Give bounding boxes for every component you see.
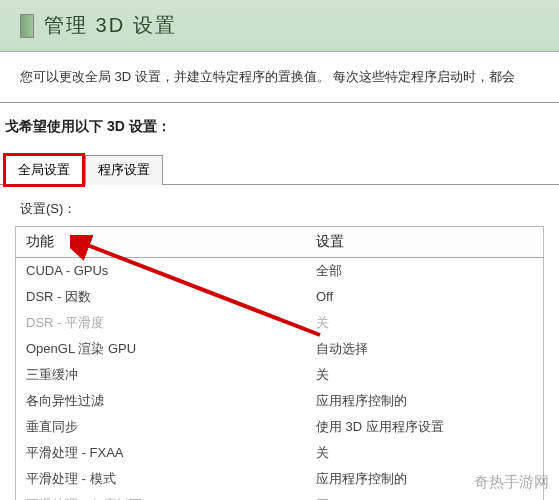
page-title: 管理 3D 设置	[44, 12, 177, 39]
cell-value[interactable]: Off	[306, 284, 544, 310]
cell-feature: OpenGL 渲染 GPU	[16, 336, 306, 362]
table-row[interactable]: 垂直同步使用 3D 应用程序设置	[16, 414, 544, 440]
cell-value[interactable]: 关	[306, 440, 544, 466]
description-text: 您可以更改全局 3D 设置，并建立特定程序的置换值。 每次这些特定程序启动时，都…	[0, 52, 559, 97]
cell-feature: 垂直同步	[16, 414, 306, 440]
title-bar: 管理 3D 设置	[0, 0, 559, 52]
cell-value[interactable]: 应用程序控制的	[306, 388, 544, 414]
table-row[interactable]: OpenGL 渲染 GPU自动选择	[16, 336, 544, 362]
cell-feature: DSR - 因数	[16, 284, 306, 310]
divider	[0, 102, 559, 103]
col-header-setting: 设置	[306, 226, 544, 257]
settings-label: 设置(S)：	[0, 185, 559, 226]
table-row[interactable]: 平滑处理 - FXAA关	[16, 440, 544, 466]
subsection-label: 戈希望使用以下 3D 设置：	[0, 108, 559, 146]
cell-value[interactable]: 关	[306, 362, 544, 388]
cell-feature: 各向异性过滤	[16, 388, 306, 414]
table-row[interactable]: CUDA - GPUs全部	[16, 257, 544, 284]
cell-value[interactable]: 关	[306, 310, 544, 336]
table-row[interactable]: 平滑处理 - 灰度纠正开	[16, 492, 544, 501]
cell-value[interactable]: 自动选择	[306, 336, 544, 362]
table-row[interactable]: 各向异性过滤应用程序控制的	[16, 388, 544, 414]
cell-feature: 三重缓冲	[16, 362, 306, 388]
col-header-feature: 功能	[16, 226, 306, 257]
table-row[interactable]: DSR - 因数Off	[16, 284, 544, 310]
cell-feature: CUDA - GPUs	[16, 257, 306, 284]
cell-feature: DSR - 平滑度	[16, 310, 306, 336]
cell-value[interactable]: 使用 3D 应用程序设置	[306, 414, 544, 440]
table-row[interactable]: DSR - 平滑度关	[16, 310, 544, 336]
cell-value[interactable]: 开	[306, 492, 544, 501]
cell-value[interactable]: 应用程序控制的	[306, 466, 544, 492]
tab-program-settings[interactable]: 程序设置	[85, 155, 163, 185]
cell-feature: 平滑处理 - 模式	[16, 466, 306, 492]
table-row[interactable]: 平滑处理 - 模式应用程序控制的	[16, 466, 544, 492]
table-row[interactable]: 三重缓冲关	[16, 362, 544, 388]
tab-bar: 全局设置 程序设置	[0, 154, 559, 185]
cell-feature: 平滑处理 - FXAA	[16, 440, 306, 466]
settings-table: 功能 设置 CUDA - GPUs全部DSR - 因数OffDSR - 平滑度关…	[15, 226, 544, 501]
cell-value[interactable]: 全部	[306, 257, 544, 284]
tab-global-settings[interactable]: 全局设置	[5, 155, 83, 185]
settings-panel-icon	[20, 14, 34, 38]
cell-feature: 平滑处理 - 灰度纠正	[16, 492, 306, 501]
